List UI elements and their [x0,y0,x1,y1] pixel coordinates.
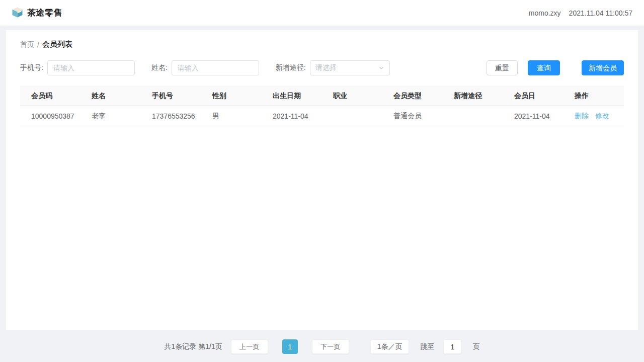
add-member-button[interactable]: 新增会员 [582,60,624,75]
current-datetime: 2021.11.04 11:00:57 [569,9,632,17]
col-occupation: 职业 [322,92,382,101]
member-table: 会员码 姓名 手机号 性别 出生日期 职业 会员类型 新增途径 会员日 操作 1… [20,86,624,127]
brand: 茶途零售 [12,7,62,20]
cell-birth-date: 2021-11-04 [262,112,322,120]
phone-label: 手机号: [20,63,43,72]
reset-button[interactable]: 重置 [487,60,518,75]
channel-select[interactable]: 请选择 [310,60,390,75]
app-logo-box-icon [12,7,23,20]
cell-member-day: 2021-11-04 [503,112,564,120]
phone-filter-group: 手机号: [20,60,135,75]
col-gender: 性别 [201,92,262,101]
cell-actions: 删除 修改 [564,112,624,121]
channel-label: 新增途径: [276,63,306,72]
breadcrumb-home-link[interactable]: 首页 [20,40,34,49]
page-title: 会员列表 [42,40,72,49]
col-phone: 手机号 [141,92,201,101]
cell-gender: 男 [201,112,262,121]
page-unit-label: 页 [472,342,479,351]
name-label: 姓名: [151,63,168,72]
page-size-select[interactable]: 1条／页 [370,339,410,354]
channel-filter-group: 新增途径: 请选择 [276,60,390,75]
jump-page-input[interactable] [443,339,461,354]
username[interactable]: momo.zxy [529,9,561,17]
record-summary: 共1条记录 第1/1页 [165,342,222,351]
col-member-code: 会员码 [20,92,80,101]
col-actions: 操作 [564,92,624,101]
filter-actions: 重置 查询 新增会员 [487,60,624,75]
table-header-row: 会员码 姓名 手机号 性别 出生日期 职业 会员类型 新增途径 会员日 操作 [20,86,624,106]
cell-member-type: 普通会员 [382,112,443,121]
breadcrumb: 首页 / 会员列表 [20,40,624,49]
cell-name: 老李 [80,112,141,121]
name-filter-group: 姓名: [151,60,259,75]
app-title: 茶途零售 [27,7,62,19]
search-button[interactable]: 查询 [528,60,560,75]
content-card: 首页 / 会员列表 手机号: 姓名: 新增途径: 请选择 重置 查询 新增会员 [6,30,638,330]
col-birth-date: 出生日期 [262,92,322,101]
col-channel: 新增途径 [443,92,503,101]
delete-link[interactable]: 删除 [575,112,589,121]
col-name: 姓名 [80,92,141,101]
chevron-down-icon [378,65,384,71]
name-input[interactable] [172,60,259,75]
cell-phone: 17376553256 [141,112,201,120]
table-row: 10000950387 老李 17376553256 男 2021-11-04 … [20,106,624,127]
cell-member-code: 10000950387 [20,112,80,120]
col-member-day: 会员日 [503,92,564,101]
phone-input[interactable] [47,60,135,75]
channel-select-placeholder: 请选择 [315,63,337,72]
col-member-type: 会员类型 [382,92,443,101]
current-page-button[interactable]: 1 [282,339,298,354]
breadcrumb-separator: / [37,41,39,49]
prev-page-button[interactable]: 上一页 [231,339,268,354]
top-header: 茶途零售 momo.zxy 2021.11.04 11:00:57 [0,0,644,26]
edit-link[interactable]: 修改 [595,112,609,121]
pagination-bar: 共1条记录 第1/1页 上一页 1 下一页 1条／页 跳至 页 [0,339,644,354]
jump-to-label: 跳至 [420,342,434,351]
filter-bar: 手机号: 姓名: 新增途径: 请选择 重置 查询 新增会员 [20,60,624,75]
next-page-button[interactable]: 下一页 [312,339,349,354]
